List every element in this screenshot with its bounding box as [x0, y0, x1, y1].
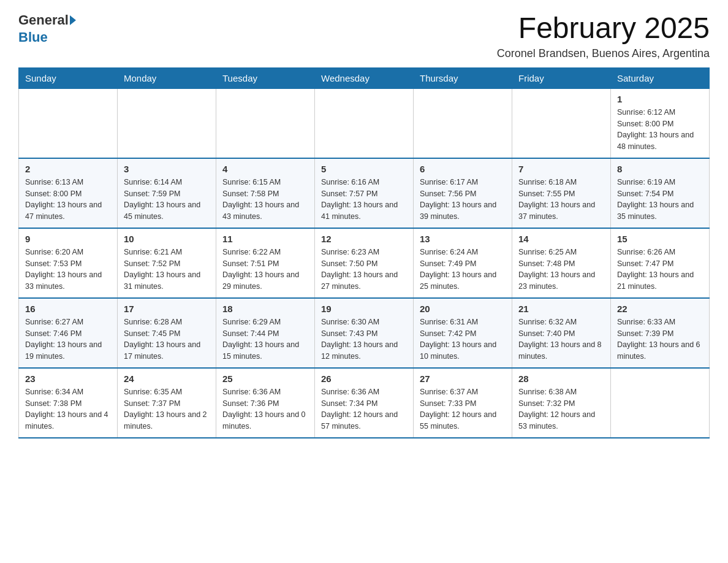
- calendar-cell: 4Sunrise: 6:15 AMSunset: 7:58 PMDaylight…: [216, 158, 315, 228]
- day-number: 17: [124, 304, 210, 314]
- calendar-cell: [611, 368, 710, 438]
- calendar-week-row: 1Sunrise: 6:12 AMSunset: 8:00 PMDaylight…: [19, 88, 710, 158]
- calendar-cell: 5Sunrise: 6:16 AMSunset: 7:57 PMDaylight…: [315, 158, 414, 228]
- day-number: 13: [420, 234, 506, 244]
- day-number: 10: [124, 234, 210, 244]
- calendar-cell: 27Sunrise: 6:37 AMSunset: 7:33 PMDayligh…: [414, 368, 512, 438]
- month-title: February 2025: [497, 12, 710, 45]
- logo: General Blue: [18, 12, 77, 45]
- calendar-cell: [414, 88, 512, 158]
- day-number: 24: [124, 373, 210, 384]
- day-number: 5: [321, 164, 407, 174]
- day-info: Sunrise: 6:36 AMSunset: 7:36 PMDaylight:…: [222, 386, 308, 432]
- calendar-cell: 21Sunrise: 6:32 AMSunset: 7:40 PMDayligh…: [512, 298, 611, 368]
- calendar-cell: 6Sunrise: 6:17 AMSunset: 7:56 PMDaylight…: [414, 158, 512, 228]
- calendar-cell: 24Sunrise: 6:35 AMSunset: 7:37 PMDayligh…: [118, 368, 216, 438]
- calendar-cell: 20Sunrise: 6:31 AMSunset: 7:42 PMDayligh…: [414, 298, 512, 368]
- calendar-cell: [512, 88, 611, 158]
- logo-general: General: [18, 12, 69, 28]
- day-info: Sunrise: 6:14 AMSunset: 7:59 PMDaylight:…: [124, 177, 210, 223]
- day-info: Sunrise: 6:31 AMSunset: 7:42 PMDaylight:…: [420, 316, 506, 362]
- day-info: Sunrise: 6:38 AMSunset: 7:32 PMDaylight:…: [518, 386, 604, 432]
- calendar-header-row: SundayMondayTuesdayWednesdayThursdayFrid…: [19, 67, 710, 88]
- day-number: 12: [321, 234, 407, 244]
- calendar-cell: [19, 88, 118, 158]
- day-info: Sunrise: 6:15 AMSunset: 7:58 PMDaylight:…: [222, 177, 308, 223]
- day-info: Sunrise: 6:16 AMSunset: 7:57 PMDaylight:…: [321, 177, 407, 223]
- calendar-cell: 13Sunrise: 6:24 AMSunset: 7:49 PMDayligh…: [414, 228, 512, 298]
- calendar-cell: 8Sunrise: 6:19 AMSunset: 7:54 PMDaylight…: [611, 158, 710, 228]
- day-number: 11: [222, 234, 308, 244]
- calendar-cell: 15Sunrise: 6:26 AMSunset: 7:47 PMDayligh…: [611, 228, 710, 298]
- day-info: Sunrise: 6:21 AMSunset: 7:52 PMDaylight:…: [124, 247, 210, 293]
- day-info: Sunrise: 6:35 AMSunset: 7:37 PMDaylight:…: [124, 386, 210, 432]
- day-number: 16: [25, 304, 111, 314]
- calendar-cell: 2Sunrise: 6:13 AMSunset: 8:00 PMDaylight…: [19, 158, 118, 228]
- day-number: 9: [25, 234, 111, 244]
- calendar-cell: 28Sunrise: 6:38 AMSunset: 7:32 PMDayligh…: [512, 368, 611, 438]
- day-info: Sunrise: 6:13 AMSunset: 8:00 PMDaylight:…: [25, 177, 111, 223]
- day-number: 21: [518, 304, 604, 314]
- logo-arrow-icon: [70, 15, 76, 25]
- calendar-cell: 26Sunrise: 6:36 AMSunset: 7:34 PMDayligh…: [315, 368, 414, 438]
- col-header-tuesday: Tuesday: [216, 67, 315, 88]
- day-info: Sunrise: 6:34 AMSunset: 7:38 PMDaylight:…: [25, 386, 111, 432]
- day-number: 7: [518, 164, 604, 174]
- day-number: 2: [25, 164, 111, 174]
- title-section: February 2025 Coronel Brandsen, Buenos A…: [497, 12, 710, 60]
- day-info: Sunrise: 6:22 AMSunset: 7:51 PMDaylight:…: [222, 247, 308, 293]
- col-header-sunday: Sunday: [19, 67, 118, 88]
- day-number: 1: [617, 94, 703, 104]
- calendar-cell: 16Sunrise: 6:27 AMSunset: 7:46 PMDayligh…: [19, 298, 118, 368]
- page-header: General Blue February 2025 Coronel Brand…: [18, 12, 710, 60]
- day-number: 19: [321, 304, 407, 314]
- day-info: Sunrise: 6:33 AMSunset: 7:39 PMDaylight:…: [617, 316, 703, 362]
- day-info: Sunrise: 6:26 AMSunset: 7:47 PMDaylight:…: [617, 247, 703, 293]
- day-info: Sunrise: 6:36 AMSunset: 7:34 PMDaylight:…: [321, 386, 407, 432]
- day-number: 18: [222, 304, 308, 314]
- calendar-week-row: 9Sunrise: 6:20 AMSunset: 7:53 PMDaylight…: [19, 228, 710, 298]
- calendar-cell: 12Sunrise: 6:23 AMSunset: 7:50 PMDayligh…: [315, 228, 414, 298]
- day-number: 15: [617, 234, 703, 244]
- calendar-cell: [315, 88, 414, 158]
- day-info: Sunrise: 6:28 AMSunset: 7:45 PMDaylight:…: [124, 316, 210, 362]
- day-number: 3: [124, 164, 210, 174]
- calendar-cell: 11Sunrise: 6:22 AMSunset: 7:51 PMDayligh…: [216, 228, 315, 298]
- col-header-monday: Monday: [118, 67, 216, 88]
- col-header-wednesday: Wednesday: [315, 67, 414, 88]
- day-info: Sunrise: 6:23 AMSunset: 7:50 PMDaylight:…: [321, 247, 407, 293]
- calendar-cell: 3Sunrise: 6:14 AMSunset: 7:59 PMDaylight…: [118, 158, 216, 228]
- calendar-cell: 25Sunrise: 6:36 AMSunset: 7:36 PMDayligh…: [216, 368, 315, 438]
- day-info: Sunrise: 6:24 AMSunset: 7:49 PMDaylight:…: [420, 247, 506, 293]
- calendar-cell: [216, 88, 315, 158]
- day-info: Sunrise: 6:25 AMSunset: 7:48 PMDaylight:…: [518, 247, 604, 293]
- calendar-cell: 1Sunrise: 6:12 AMSunset: 8:00 PMDaylight…: [611, 88, 710, 158]
- location-subtitle: Coronel Brandsen, Buenos Aires, Argentin…: [497, 47, 710, 60]
- calendar-week-row: 23Sunrise: 6:34 AMSunset: 7:38 PMDayligh…: [19, 368, 710, 438]
- day-number: 6: [420, 164, 506, 174]
- calendar-cell: 19Sunrise: 6:30 AMSunset: 7:43 PMDayligh…: [315, 298, 414, 368]
- logo-blue: Blue: [18, 29, 48, 45]
- day-info: Sunrise: 6:37 AMSunset: 7:33 PMDaylight:…: [420, 386, 506, 432]
- calendar-cell: 14Sunrise: 6:25 AMSunset: 7:48 PMDayligh…: [512, 228, 611, 298]
- calendar-table: SundayMondayTuesdayWednesdayThursdayFrid…: [18, 67, 710, 439]
- calendar-week-row: 2Sunrise: 6:13 AMSunset: 8:00 PMDaylight…: [19, 158, 710, 228]
- calendar-cell: 7Sunrise: 6:18 AMSunset: 7:55 PMDaylight…: [512, 158, 611, 228]
- day-number: 20: [420, 304, 506, 314]
- day-info: Sunrise: 6:32 AMSunset: 7:40 PMDaylight:…: [518, 316, 604, 362]
- day-info: Sunrise: 6:17 AMSunset: 7:56 PMDaylight:…: [420, 177, 506, 223]
- day-number: 4: [222, 164, 308, 174]
- calendar-cell: 22Sunrise: 6:33 AMSunset: 7:39 PMDayligh…: [611, 298, 710, 368]
- calendar-cell: 10Sunrise: 6:21 AMSunset: 7:52 PMDayligh…: [118, 228, 216, 298]
- day-info: Sunrise: 6:19 AMSunset: 7:54 PMDaylight:…: [617, 177, 703, 223]
- day-info: Sunrise: 6:30 AMSunset: 7:43 PMDaylight:…: [321, 316, 407, 362]
- day-info: Sunrise: 6:18 AMSunset: 7:55 PMDaylight:…: [518, 177, 604, 223]
- calendar-week-row: 16Sunrise: 6:27 AMSunset: 7:46 PMDayligh…: [19, 298, 710, 368]
- col-header-saturday: Saturday: [611, 67, 710, 88]
- calendar-cell: 9Sunrise: 6:20 AMSunset: 7:53 PMDaylight…: [19, 228, 118, 298]
- calendar-cell: 17Sunrise: 6:28 AMSunset: 7:45 PMDayligh…: [118, 298, 216, 368]
- day-number: 22: [617, 304, 703, 314]
- col-header-friday: Friday: [512, 67, 611, 88]
- day-info: Sunrise: 6:20 AMSunset: 7:53 PMDaylight:…: [25, 247, 111, 293]
- calendar-cell: 23Sunrise: 6:34 AMSunset: 7:38 PMDayligh…: [19, 368, 118, 438]
